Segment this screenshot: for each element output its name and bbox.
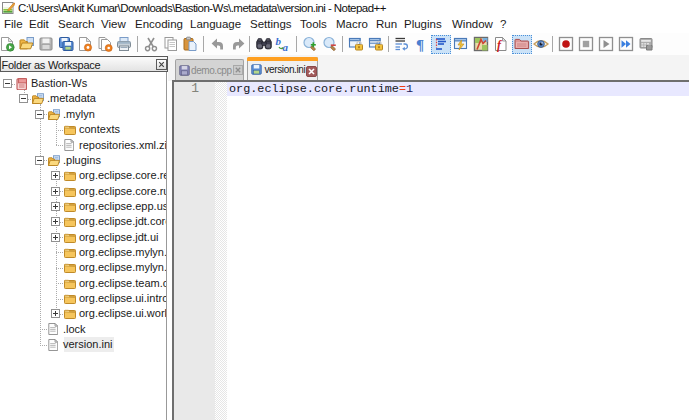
svg-text:¶: ¶ xyxy=(416,37,424,53)
svg-text:a: a xyxy=(283,41,289,53)
svg-text:b: b xyxy=(276,36,282,47)
